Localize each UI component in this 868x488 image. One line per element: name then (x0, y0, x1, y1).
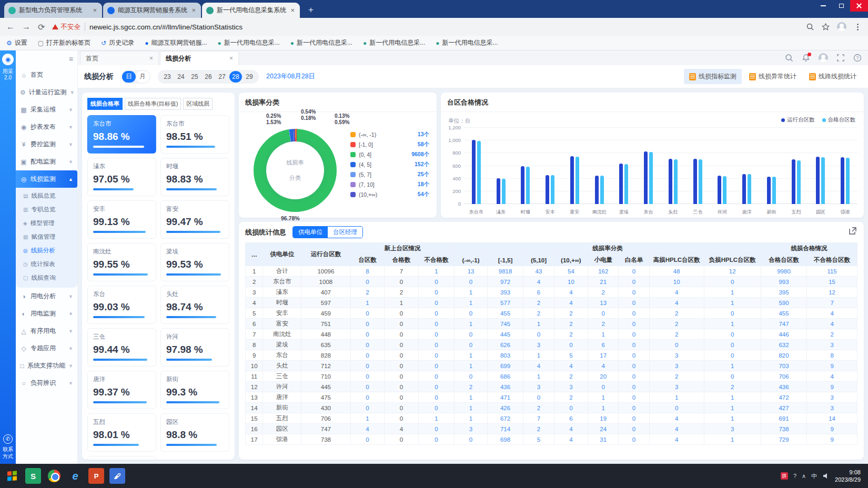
browser-tab[interactable]: 新型电力负荷管理系统× (4, 3, 102, 18)
bookmark-item[interactable]: ●新一代用电信息采... (217, 38, 279, 47)
day-option-24[interactable]: 24 (175, 71, 187, 83)
cell-value[interactable]: 0 (619, 392, 649, 403)
cell-value[interactable]: 1 (704, 403, 761, 413)
cell-value[interactable]: 1 (350, 298, 384, 308)
cell-value[interactable]: 1 (455, 298, 487, 308)
table-row[interactable]: 11三仓710000068612200207064 (246, 371, 857, 382)
cell-value[interactable]: 446 (761, 329, 806, 340)
cell-value[interactable]: 0 (418, 319, 455, 329)
bar-运行台区数[interactable] (767, 177, 771, 204)
bar-合格台区数[interactable] (723, 176, 726, 204)
table-row[interactable]: 3溱东407220139364204139512 (246, 287, 857, 298)
cell-value[interactable]: 0 (619, 340, 649, 350)
region-card-五烈[interactable]: 五烈98.01 % (87, 413, 156, 452)
cell-value[interactable]: 3 (649, 361, 704, 371)
cell-value[interactable]: 6 (523, 287, 554, 298)
cell-value[interactable]: 993 (761, 277, 806, 287)
bar-合格台区数[interactable] (821, 157, 825, 204)
cell-value[interactable]: 0 (455, 308, 487, 319)
cell-value[interactable]: 691 (761, 413, 806, 424)
bar-运行台区数[interactable] (742, 174, 746, 204)
bar-合格台区数[interactable] (502, 179, 506, 204)
bar-运行台区数[interactable] (718, 176, 721, 204)
cell-value[interactable]: 703 (761, 361, 806, 371)
menu-icon[interactable] (854, 23, 862, 31)
browser-tab[interactable]: 能源互联网营销服务系统× (103, 3, 201, 18)
table-row[interactable]: 4时堰597110157724130415907 (246, 298, 857, 308)
cell-value[interactable]: 3 (807, 403, 857, 413)
cell-value[interactable]: 4 (554, 361, 588, 371)
cell-value[interactable]: 0 (619, 277, 649, 287)
submenu-item-专职总览[interactable]: ▥专职总览 (16, 202, 77, 216)
cell-value[interactable]: 0 (418, 350, 455, 361)
cell-value[interactable]: 0 (350, 434, 384, 445)
cell-value[interactable]: 1 (455, 319, 487, 329)
cell-value[interactable]: 0 (418, 287, 455, 298)
period-option-日[interactable]: 日 (122, 71, 136, 83)
cell-value[interactable]: 7 (807, 298, 857, 308)
table-row[interactable]: 1合计100968711398184354162048129980115 (246, 266, 857, 277)
cell-value[interactable]: 0 (704, 329, 761, 340)
cell-value[interactable]: 393 (487, 287, 523, 298)
cell-value[interactable]: 0 (350, 361, 384, 371)
table-row[interactable]: 10头灶71200016994440317039 (246, 361, 857, 371)
cell-value[interactable]: 0 (418, 392, 455, 403)
cell-value[interactable]: 2 (554, 308, 588, 319)
cell-value[interactable]: 3 (523, 340, 554, 350)
cell-value[interactable]: 0 (350, 371, 384, 382)
cell-value[interactable]: 1 (418, 413, 455, 424)
volume-icon[interactable] (822, 472, 830, 480)
sidebar-item-配电监测[interactable]: ▣配电监测▼ (16, 153, 77, 170)
legend-item[interactable]: (4, 5]152个 (350, 161, 429, 168)
region-card-三仓[interactable]: 三仓99.44 % (87, 328, 156, 367)
cell-value[interactable]: 1 (350, 413, 384, 424)
bar-合格台区数[interactable] (846, 158, 850, 204)
cell-value[interactable]: 1 (523, 350, 554, 361)
cell-value[interactable]: 6 (554, 413, 588, 424)
region-card-梁垛[interactable]: 梁垛99.53 % (160, 243, 229, 281)
sidebar-item-抄表发布[interactable]: ◉抄表发布▼ (16, 118, 77, 136)
region-card-东台[interactable]: 东台99.03 % (87, 286, 156, 324)
cell-value[interactable]: 1 (523, 319, 554, 329)
cell-value[interactable]: 1 (704, 319, 761, 329)
day-option-29[interactable]: 29 (243, 71, 256, 83)
back-icon[interactable]: ← (6, 22, 15, 32)
cell-value[interactable]: 0 (619, 371, 649, 382)
cell-value[interactable]: 0 (455, 340, 487, 350)
cell-value[interactable]: 4 (523, 361, 554, 371)
cell-value[interactable]: 4 (649, 434, 704, 445)
minimize-button[interactable] (814, 0, 832, 12)
wps-icon[interactable]: S (25, 468, 41, 484)
contact-block[interactable]: ✆ 联系 方式 (0, 434, 16, 460)
cell-value[interactable]: 0 (619, 350, 649, 361)
cell-value[interactable]: 17 (588, 350, 619, 361)
table-row[interactable]: 14新街43000014262010014273 (246, 403, 857, 413)
bar-运行台区数[interactable] (546, 175, 549, 204)
cell-value[interactable]: 0 (418, 277, 455, 287)
selected-date[interactable]: 2023年08月28日 (266, 72, 315, 81)
cell-value[interactable]: 0 (350, 340, 384, 350)
legend-item[interactable]: (0, 4]9608个 (350, 151, 429, 158)
region-card-唐洋[interactable]: 唐洋99.37 % (87, 371, 156, 409)
bar-legend-item[interactable]: 运行台区数 (781, 116, 815, 124)
cell-value[interactable]: 455 (487, 308, 523, 319)
cell-value[interactable]: 0 (704, 277, 761, 287)
maximize-button[interactable] (832, 0, 850, 12)
bell-icon[interactable] (802, 54, 810, 62)
submenu-item-线损查询[interactable]: ▢线损查询 (16, 271, 77, 284)
cell-value[interactable]: 2 (588, 287, 619, 298)
bar-运行台区数[interactable] (619, 164, 623, 204)
sidebar-item-专题应用[interactable]: ◇专题应用▼ (16, 340, 77, 357)
cell-value[interactable]: 0 (418, 424, 455, 434)
cell-value[interactable]: 436 (761, 382, 806, 392)
cell-value[interactable]: 21 (588, 277, 619, 287)
cell-value[interactable]: 3 (523, 382, 554, 392)
clock[interactable]: 9:08 2023/8/29 (835, 469, 864, 483)
collapse-sidebar-icon[interactable]: ≡ (69, 55, 73, 63)
cell-value[interactable]: 1 (649, 392, 704, 403)
tab-close-icon[interactable]: × (92, 6, 98, 14)
cell-value[interactable]: 0 (418, 434, 455, 445)
cell-value[interactable]: 54 (554, 266, 588, 277)
tray-flag-icon[interactable]: 拼 (781, 472, 788, 480)
bar-合格台区数[interactable] (699, 159, 702, 204)
